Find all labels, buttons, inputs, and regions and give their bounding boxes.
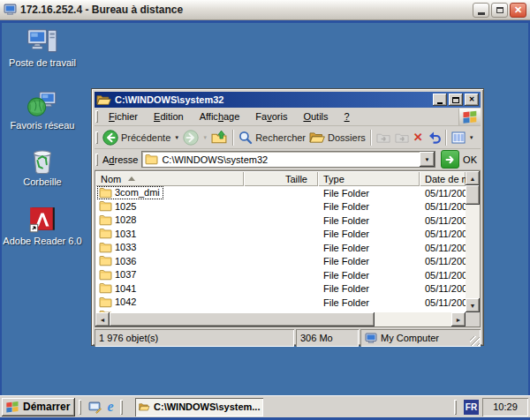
menu-item[interactable]: Affichage: [192, 109, 248, 124]
rdp-minimize-button[interactable]: [473, 3, 489, 18]
column-label: Taille: [285, 174, 307, 184]
file-row[interactable]: 1037 File Folder 05/11/200: [95, 268, 466, 282]
file-rows: 3com_dmi File Folder 05/11/200 1025 File…: [95, 186, 466, 312]
file-row[interactable]: 1025 File Folder 05/11/200: [95, 200, 466, 214]
desktop-icon-label: Adobe Reader 6.0: [2, 236, 83, 246]
menu-item[interactable]: Edition: [146, 109, 192, 124]
window-maximize-button[interactable]: [449, 94, 463, 106]
minimize-icon: [478, 12, 485, 15]
file-date: 05/11/200: [420, 297, 466, 308]
internet-explorer-icon[interactable]: e: [107, 400, 113, 414]
vertical-scrollbar[interactable]: ▲ ▼: [466, 171, 480, 312]
desktop[interactable]: Poste de travail Favoris réseau Corbeill…: [0, 20, 530, 395]
views-button[interactable]: ▼: [450, 131, 476, 144]
undo-icon: [427, 131, 441, 145]
windows-logo: [458, 109, 481, 125]
move-to-button[interactable]: [375, 131, 393, 144]
show-desktop-icon[interactable]: [88, 401, 102, 414]
column-header-type[interactable]: Type: [318, 171, 420, 186]
separator: [445, 130, 447, 146]
taskbar-grip[interactable]: [79, 400, 81, 415]
address-input[interactable]: C:\WINDOWS\system32 ▼: [141, 151, 435, 168]
delete-button[interactable]: ✕: [412, 131, 425, 143]
scroll-right-icon[interactable]: ►: [451, 312, 466, 326]
search-button[interactable]: Rechercher: [237, 131, 307, 145]
menu-item[interactable]: Favoris: [247, 109, 295, 124]
file-name-box[interactable]: 1037: [97, 268, 140, 281]
forward-icon: [183, 130, 199, 146]
desktop-icon-adobe-reader[interactable]: Adobe Reader 6.0: [2, 206, 83, 246]
horizontal-scrollbar[interactable]: ◄ ►: [95, 312, 466, 326]
menu-item[interactable]: ?: [337, 109, 358, 124]
file-name-box[interactable]: 1025: [97, 199, 140, 213]
folder-icon: [99, 296, 112, 308]
file-row[interactable]: 1036 File Folder 05/11/200: [95, 255, 466, 269]
menu-item[interactable]: Fichier: [101, 109, 146, 124]
scroll-up-icon[interactable]: ▲: [466, 171, 480, 185]
file-name-box[interactable]: 1033: [97, 241, 140, 254]
file-name-box[interactable]: 3com_dmi: [97, 186, 163, 199]
toolbar-grip[interactable]: [95, 110, 98, 123]
up-button[interactable]: [209, 130, 230, 145]
close-icon: ✕: [469, 96, 475, 103]
column-headers: Nom Taille Type Date de mo: [95, 171, 466, 186]
file-date: 05/11/200: [420, 215, 466, 226]
rdp-close-button[interactable]: ✕: [510, 3, 526, 18]
column-header-size[interactable]: Taille: [244, 171, 318, 186]
address-dropdown-button[interactable]: ▼: [420, 152, 435, 167]
toolbar-grip[interactable]: [95, 154, 98, 166]
column-header-name[interactable]: Nom: [95, 171, 244, 186]
file-name-box[interactable]: 1042: [97, 296, 140, 309]
menu-item[interactable]: Outils: [295, 109, 336, 124]
views-icon: [451, 131, 466, 144]
folder-icon: [99, 228, 112, 239]
scroll-left-icon[interactable]: ◄: [95, 312, 110, 326]
file-row[interactable]: 1042 File Folder 05/11/200: [95, 296, 466, 310]
copy-to-button[interactable]: [393, 131, 412, 144]
window-close-button[interactable]: ✕: [465, 94, 479, 106]
column-header-date[interactable]: Date de mo: [420, 171, 466, 186]
desktop-icon-network-places[interactable]: Favoris réseau: [2, 90, 83, 131]
explorer-titlebar[interactable]: C:\WINDOWS\system32 ✕: [95, 92, 481, 108]
file-name-box[interactable]: 1028: [97, 214, 140, 227]
folder-icon: [99, 200, 112, 212]
rdp-maximize-button[interactable]: [491, 3, 508, 18]
delete-icon: ✕: [413, 131, 423, 143]
scroll-down-icon[interactable]: ▼: [466, 298, 480, 312]
file-row[interactable]: 1033 File Folder 05/11/200: [95, 241, 466, 255]
file-row[interactable]: 3com_dmi File Folder 05/11/200: [95, 186, 466, 200]
taskbar-clock[interactable]: 10:29: [482, 398, 528, 416]
windows-flag-icon: [5, 400, 19, 414]
file-type: File Folder: [318, 243, 420, 253]
folders-button[interactable]: Dossiers: [307, 131, 367, 144]
file-name-box[interactable]: 1031: [97, 227, 140, 240]
taskbar-grip[interactable]: [120, 400, 123, 415]
desktop-icon-my-computer[interactable]: Poste de travail: [2, 27, 83, 68]
start-button[interactable]: Démarrer: [2, 398, 75, 416]
file-name-box[interactable]: 1036: [97, 254, 140, 267]
explorer-title: C:\WINDOWS\system32: [115, 94, 431, 105]
file-name: 1028: [115, 214, 136, 225]
scrollbar-thumb[interactable]: [110, 312, 375, 326]
window-minimize-button[interactable]: [433, 94, 447, 106]
scrollbar-thumb[interactable]: [466, 185, 480, 205]
separator: [232, 130, 234, 146]
file-date: 05/11/200: [420, 283, 466, 294]
file-name: 3com_dmi: [115, 187, 160, 198]
taskbar-grip[interactable]: [454, 400, 457, 415]
scrollbar-corner: [466, 312, 480, 326]
resize-grip[interactable]: [470, 336, 480, 346]
file-name-box[interactable]: 1041: [97, 281, 140, 295]
undo-button[interactable]: [425, 131, 443, 145]
file-row[interactable]: 1031 File Folder 05/11/200: [95, 228, 466, 242]
desktop-icon-recycle-bin[interactable]: Corbeille: [2, 146, 83, 187]
back-button[interactable]: Précédente ▼: [101, 130, 181, 146]
toolbar-grip[interactable]: [95, 131, 98, 144]
file-row[interactable]: 1041 File Folder 05/11/200: [95, 282, 466, 296]
taskbar-task-button[interactable]: C:\WINDOWS\system...: [135, 398, 263, 416]
taskbar: Démarrer e C:\WINDOWS\system... FR 10:29: [0, 395, 530, 417]
file-row[interactable]: 1028 File Folder 05/11/200: [95, 214, 466, 228]
go-button[interactable]: OK: [441, 150, 477, 169]
language-indicator[interactable]: FR: [464, 400, 479, 415]
forward-button[interactable]: ▼: [181, 130, 209, 146]
